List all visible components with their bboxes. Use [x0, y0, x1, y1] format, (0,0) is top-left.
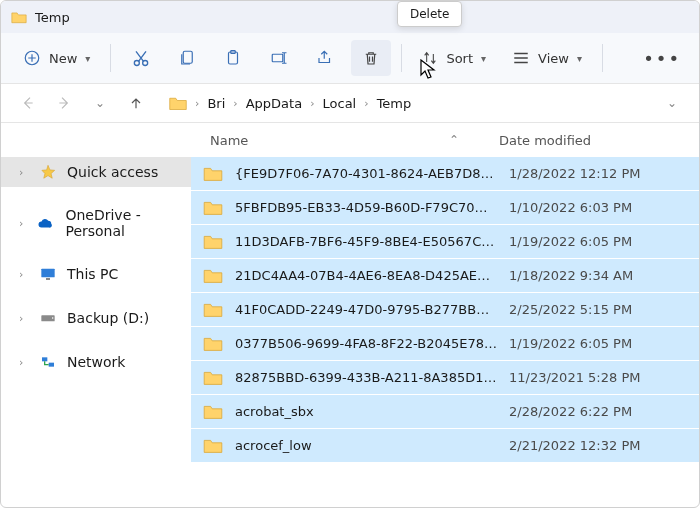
view-button[interactable]: View ▾ [502, 45, 592, 72]
titlebar: Temp [1, 1, 699, 33]
copy-icon [178, 48, 196, 68]
back-button[interactable] [13, 88, 43, 118]
breadcrumb-dropdown[interactable]: ⌄ [657, 88, 687, 118]
chevron-right-icon: › [231, 97, 239, 110]
chevron-down-icon: ▾ [85, 53, 90, 64]
cloud-icon [37, 214, 55, 232]
file-row[interactable]: 82875BBD-6399-433B-A211-8A385D10EE7A11/2… [191, 361, 699, 395]
folder-icon [203, 200, 223, 216]
chevron-right-icon: › [362, 97, 370, 110]
copy-button[interactable] [167, 40, 207, 76]
cut-button[interactable] [121, 40, 161, 76]
file-row[interactable]: acrocef_low2/21/2022 12:32 PM [191, 429, 699, 463]
file-row[interactable]: {FE9D7F06-7A70-4301-8624-AEB7D841D7D5}1/… [191, 157, 699, 191]
file-date: 1/18/2022 9:34 AM [509, 268, 699, 283]
rename-icon [269, 49, 289, 67]
window-title: Temp [35, 10, 70, 25]
file-date: 11/23/2021 5:28 PM [509, 370, 699, 385]
folder-icon [203, 234, 223, 250]
network-icon [39, 353, 57, 371]
share-button[interactable] [305, 40, 345, 76]
folder-icon [203, 268, 223, 284]
sidebar-item-label: Network [67, 354, 125, 370]
breadcrumb-item[interactable]: Local [319, 94, 361, 113]
chevron-down-icon: ▾ [577, 53, 582, 64]
separator [401, 44, 402, 72]
trash-icon [362, 48, 380, 68]
arrow-up-icon [128, 95, 144, 111]
breadcrumb-item[interactable]: Bri [203, 94, 229, 113]
delete-tooltip: Delete [397, 1, 462, 27]
forward-button[interactable] [49, 88, 79, 118]
folder-icon [203, 302, 223, 318]
breadcrumb-item[interactable]: AppData [242, 94, 306, 113]
share-icon [315, 49, 335, 67]
folder-icon [203, 370, 223, 386]
recent-button[interactable]: ⌄ [85, 88, 115, 118]
sidebar-item-onedrive[interactable]: › OneDrive - Personal [1, 201, 191, 245]
breadcrumb[interactable]: › Bri › AppData › Local › Temp [165, 94, 651, 113]
paste-button[interactable] [213, 40, 253, 76]
sidebar-item-network[interactable]: › Network [1, 347, 191, 377]
new-button[interactable]: New ▾ [13, 43, 100, 73]
chevron-right-icon: › [19, 268, 29, 281]
sidebar-item-label: Backup (D:) [67, 310, 149, 326]
svg-rect-12 [49, 363, 54, 367]
file-name: acrocef_low [235, 438, 497, 453]
drive-icon [39, 309, 57, 327]
chevron-right-icon: › [308, 97, 316, 110]
svg-rect-3 [184, 51, 193, 63]
delete-button[interactable] [351, 40, 391, 76]
chevron-right-icon: › [19, 356, 29, 369]
sidebar-item-label: Quick access [67, 164, 158, 180]
overflow-button[interactable]: ••• [637, 48, 687, 69]
file-date: 1/19/2022 6:05 PM [509, 234, 699, 249]
column-headers: Name ⌃ Date modified [1, 123, 699, 157]
file-row[interactable]: 0377B506-9699-4FA8-8F22-B2045E785FA41/19… [191, 327, 699, 361]
svg-rect-7 [41, 269, 54, 278]
file-list: {FE9D7F06-7A70-4301-8624-AEB7D841D7D5}1/… [191, 157, 699, 507]
file-name: 5FBFDB95-EB33-4D59-B60D-F79C70D8D8FD [235, 200, 497, 215]
svg-rect-8 [46, 278, 50, 280]
new-label: New [49, 51, 77, 66]
file-row[interactable]: 41F0CADD-2249-47D0-9795-B277BBEA55A52/25… [191, 293, 699, 327]
folder-icon [203, 166, 223, 182]
up-button[interactable] [121, 88, 151, 118]
svg-point-10 [52, 317, 54, 319]
column-date[interactable]: Date modified [499, 133, 689, 148]
nav-row: ⌄ › Bri › AppData › Local › Temp ⌄ [1, 83, 699, 123]
folder-icon [203, 438, 223, 454]
sort-label: Sort [446, 51, 473, 66]
svg-rect-6 [273, 54, 284, 62]
sidebar-item-quickaccess[interactable]: › Quick access [1, 157, 191, 187]
main-area: › Quick access › OneDrive - Personal › T… [1, 157, 699, 507]
sidebar-item-label: OneDrive - Personal [65, 207, 183, 239]
file-date: 1/10/2022 6:03 PM [509, 200, 699, 215]
chevron-down-icon: ▾ [481, 53, 486, 64]
breadcrumb-root[interactable] [165, 94, 191, 113]
file-date: 2/25/2022 5:15 PM [509, 302, 699, 317]
arrow-left-icon [20, 95, 36, 111]
toolbar: New ▾ Sort ▾ View ▾ ••• [1, 33, 699, 83]
column-name[interactable]: Name [196, 133, 449, 148]
file-name: 21DC4AA4-07B4-4AE6-8EA8-D425AE532F09 [235, 268, 497, 283]
folder-icon [11, 11, 27, 24]
mouse-cursor-icon [420, 59, 438, 81]
file-row[interactable]: 5FBFDB95-EB33-4D59-B60D-F79C70D8D8FD1/10… [191, 191, 699, 225]
separator [110, 44, 111, 72]
monitor-icon [39, 265, 57, 283]
sidebar: › Quick access › OneDrive - Personal › T… [1, 157, 191, 507]
view-icon [512, 51, 530, 65]
sidebar-item-thispc[interactable]: › This PC [1, 259, 191, 289]
file-row[interactable]: acrobat_sbx2/28/2022 6:22 PM [191, 395, 699, 429]
file-row[interactable]: 11D3DAFB-7BF6-45F9-8BE4-E50567C01E081/19… [191, 225, 699, 259]
separator [602, 44, 603, 72]
file-name: 11D3DAFB-7BF6-45F9-8BE4-E50567C01E08 [235, 234, 497, 249]
file-date: 1/19/2022 6:05 PM [509, 336, 699, 351]
file-date: 2/28/2022 6:22 PM [509, 404, 699, 419]
file-row[interactable]: 21DC4AA4-07B4-4AE6-8EA8-D425AE532F091/18… [191, 259, 699, 293]
sidebar-item-label: This PC [67, 266, 118, 282]
breadcrumb-item[interactable]: Temp [373, 94, 416, 113]
sidebar-item-backup[interactable]: › Backup (D:) [1, 303, 191, 333]
rename-button[interactable] [259, 40, 299, 76]
